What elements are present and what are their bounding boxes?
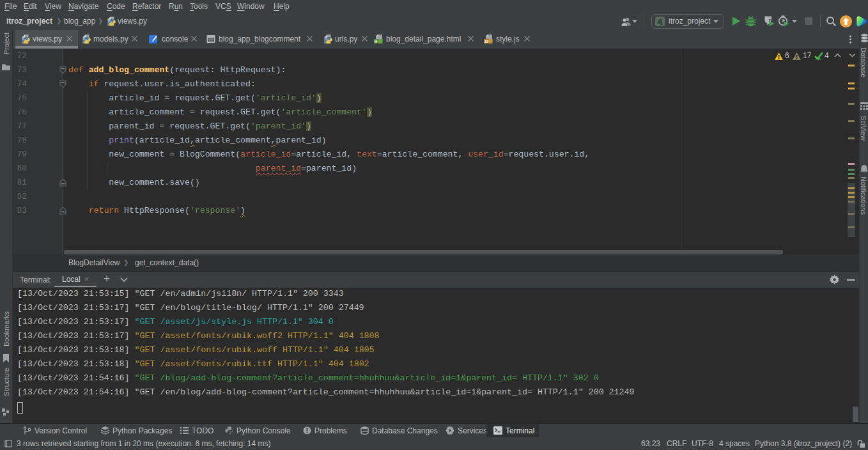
svg-text:dj: dj <box>658 19 663 25</box>
svg-text:JS: JS <box>484 40 488 43</box>
svg-text:H: H <box>375 39 378 43</box>
